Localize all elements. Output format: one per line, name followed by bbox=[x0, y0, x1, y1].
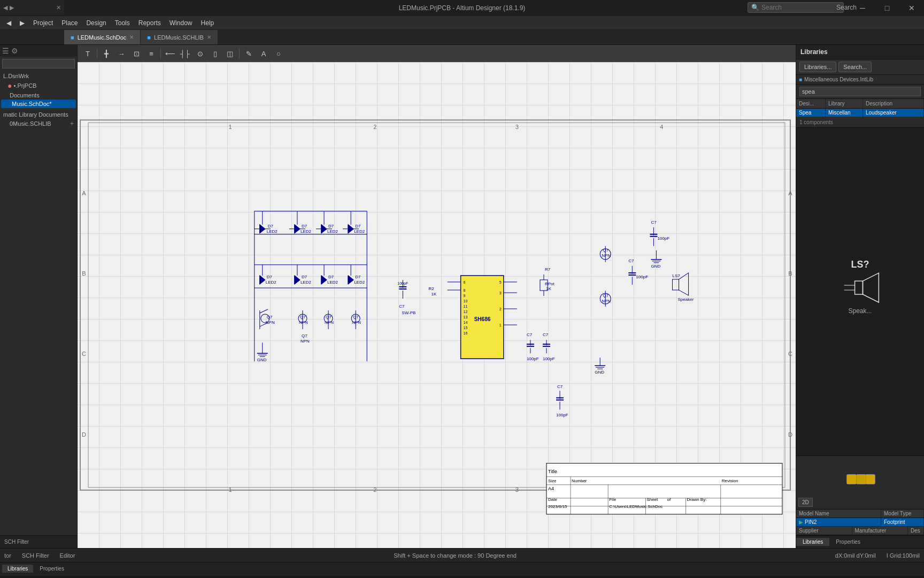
svg-text:D: D bbox=[788, 431, 792, 438]
tree-project[interactable]: ● •.PrjPCB bbox=[1, 80, 76, 91]
libraries-button[interactable]: Libraries... bbox=[799, 62, 836, 72]
schematic-view[interactable]: 1 2 3 4 1 2 3 4 A B C D A B C D D7 LED2 bbox=[78, 62, 796, 548]
svg-text:Q7: Q7 bbox=[603, 248, 609, 253]
close-button[interactable]: ✕ bbox=[899, 0, 924, 16]
svg-text:C: C bbox=[82, 351, 86, 357]
canvas-area[interactable]: T ╋ → ⊡ ≡ ⟵ ┤├ ⊙ ▯ ◫ ✎ A ○ 1 2 3 4 bbox=[78, 45, 796, 548]
menu-back[interactable]: ◀ bbox=[2, 18, 16, 28]
tab-bar: ◀ ▶ ✕ ■ LEDMusic.SchDoc ✕ ■ LEDMusic.SCH… bbox=[0, 30, 924, 45]
tab-close-all[interactable]: ✕ bbox=[56, 4, 61, 11]
svg-text:100pF: 100pF bbox=[636, 275, 648, 279]
row-library: Miscellan bbox=[826, 109, 863, 117]
panel-tab-properties[interactable]: Properties bbox=[34, 565, 70, 573]
tool-wire[interactable]: ╋ bbox=[99, 47, 113, 60]
svg-line-69 bbox=[260, 309, 268, 313]
tab-schematic[interactable]: ■ LEDMusic.SchDoc ✕ bbox=[64, 30, 141, 44]
svg-text:4: 4 bbox=[660, 124, 663, 130]
svg-text:D7: D7 bbox=[302, 224, 307, 229]
des-header: Des bbox=[908, 527, 924, 535]
left-panel-search[interactable] bbox=[2, 59, 75, 69]
tab-schlib-icon: ■ bbox=[147, 34, 151, 41]
pad-1 bbox=[847, 475, 857, 484]
svg-text:C:\Users\LEDMusic.SchDoc: C:\Users\LEDMusic.SchDoc bbox=[609, 504, 663, 509]
status-editor-label: Editor bbox=[60, 552, 75, 559]
tool-place[interactable]: ◫ bbox=[223, 47, 237, 60]
menu-design[interactable]: Design bbox=[82, 18, 110, 28]
tool-port[interactable]: ┤├ bbox=[178, 47, 192, 60]
status-grid-label: I Grid:100mil bbox=[887, 552, 920, 559]
right-panel: Libraries Libraries... Search... ■ Misce… bbox=[796, 45, 924, 548]
title-search-input[interactable] bbox=[761, 4, 836, 11]
svg-text:D7: D7 bbox=[328, 224, 334, 229]
tool-circle[interactable]: ○ bbox=[272, 47, 286, 60]
menu-window[interactable]: Window bbox=[165, 18, 197, 28]
tree-documents[interactable]: Documents bbox=[1, 91, 76, 100]
svg-text:Drawn By:: Drawn By: bbox=[687, 497, 707, 502]
svg-text:LS7: LS7 bbox=[672, 273, 680, 278]
svg-text:Revision: Revision bbox=[722, 478, 738, 483]
svg-text:5: 5 bbox=[499, 280, 502, 284]
tree-workspace[interactable]: L.DsnWrk bbox=[1, 72, 76, 80]
left-tab-filter[interactable]: SCH Filter bbox=[0, 538, 33, 546]
menu-forward[interactable]: ▶ bbox=[16, 18, 29, 28]
menu-reports[interactable]: Reports bbox=[134, 18, 165, 28]
panel-icon-2[interactable]: ⚙ bbox=[11, 47, 18, 55]
model-row[interactable]: ▶ PIN2 Footprint bbox=[796, 518, 924, 527]
tool-netlabel[interactable]: ⟵ bbox=[163, 47, 177, 60]
svg-text:D: D bbox=[82, 431, 86, 438]
svg-marker-52 bbox=[321, 276, 327, 284]
panel-icon-1[interactable]: ☰ bbox=[2, 47, 9, 55]
tree-schdoc[interactable]: Music.SchDoc* bbox=[1, 100, 76, 108]
pad-2 bbox=[865, 475, 875, 484]
tool-power[interactable]: ≡ bbox=[144, 47, 158, 60]
tree-schlib[interactable]: 0Music.SCHLIB + bbox=[1, 119, 76, 128]
svg-text:9: 9 bbox=[464, 294, 466, 298]
tree-schlib-add[interactable]: + bbox=[70, 120, 74, 127]
tab-schematic-close[interactable]: ✕ bbox=[129, 34, 134, 40]
tab-properties[interactable]: Properties bbox=[829, 538, 867, 546]
tool-junction[interactable]: ⊡ bbox=[129, 47, 143, 60]
svg-text:A: A bbox=[788, 190, 792, 196]
svg-text:GND: GND bbox=[257, 358, 267, 362]
tab-libraries[interactable]: Libraries bbox=[796, 538, 829, 546]
tool-text2[interactable]: A bbox=[257, 47, 271, 60]
tab-schlib-label: LEDMusic.SCHLIB bbox=[154, 34, 204, 41]
tool-draw[interactable]: ✎ bbox=[242, 47, 256, 60]
tree-documents-label: Documents bbox=[10, 92, 40, 98]
header-design: Desi... bbox=[796, 99, 826, 108]
tab-prev[interactable]: ◀ bbox=[3, 4, 7, 11]
svg-text:Q7: Q7 bbox=[300, 315, 306, 320]
svg-text:D7: D7 bbox=[268, 224, 274, 229]
app-title: LEDMusic.PrjPCB - Altium Designer (18.1.… bbox=[399, 4, 526, 12]
component-count: 1 components bbox=[796, 117, 924, 128]
svg-marker-206 bbox=[863, 273, 879, 302]
library-search-input[interactable] bbox=[799, 87, 921, 96]
tab-next[interactable]: ▶ bbox=[10, 4, 14, 11]
tool-bus[interactable]: → bbox=[114, 47, 128, 60]
menu-tools[interactable]: Tools bbox=[111, 18, 134, 28]
minimize-button[interactable]: ─ bbox=[850, 0, 875, 16]
model-name: PIN2 bbox=[805, 519, 817, 525]
tool-sheetentry[interactable]: ⊙ bbox=[193, 47, 207, 60]
svg-text:Speaker: Speaker bbox=[678, 297, 694, 302]
title-search-area[interactable]: 🔍 Search bbox=[748, 2, 844, 13]
svg-text:C7: C7 bbox=[527, 332, 533, 337]
library-table-row[interactable]: Spea Miscellan Loudspeaker bbox=[796, 109, 924, 117]
tree-project-label: •.PrjPCB bbox=[13, 82, 36, 89]
tool-component[interactable]: ▯ bbox=[208, 47, 222, 60]
tool-text[interactable]: T bbox=[81, 47, 95, 60]
menu-help[interactable]: Help bbox=[196, 18, 218, 28]
svg-text:16: 16 bbox=[464, 331, 468, 335]
tab-schlib[interactable]: ■ LEDMusic.SCHLIB ✕ bbox=[141, 30, 218, 44]
library-entry: ■ Miscellaneous Devices.IntLib bbox=[796, 75, 924, 85]
status-editor: Editor bbox=[60, 552, 75, 559]
menu-project[interactable]: Project bbox=[29, 18, 57, 28]
search-libraries-button[interactable]: Search... bbox=[838, 62, 872, 72]
panel-tab-libraries[interactable]: Libraries bbox=[2, 565, 33, 573]
maximize-button[interactable]: □ bbox=[875, 0, 899, 16]
menu-place[interactable]: Place bbox=[57, 18, 82, 28]
svg-text:D7: D7 bbox=[267, 275, 273, 279]
tab-schlib-close[interactable]: ✕ bbox=[207, 34, 211, 40]
model-icon: ▶ bbox=[799, 519, 803, 525]
tree-lib-section[interactable]: matic Library Documents bbox=[1, 110, 76, 119]
